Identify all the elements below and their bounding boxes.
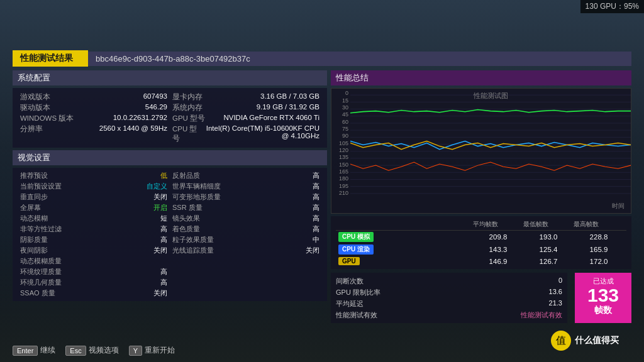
key-badge: Y xyxy=(129,346,142,356)
sys-row: 系统内存9.19 GB / 31.92 GB xyxy=(170,102,322,113)
extra-value: 0 xyxy=(558,277,562,286)
y-label: 165 xyxy=(331,168,350,175)
chart-svg xyxy=(350,89,631,197)
stats-table: 平均帧数 最低帧数 最高帧数 CPU 模拟 209.8 193.0 228.8 … xyxy=(331,216,631,269)
chart-x-label: 时间 xyxy=(612,202,625,211)
vis-row: 夜间阴影关闭 xyxy=(18,245,170,256)
top-bar: 130 GPU：95% xyxy=(580,0,644,13)
sysconfig-content: 游戏版本607493驱动版本546.29WINDOWS 版本10.0.22631… xyxy=(13,88,327,148)
gpu-status: 130 GPU：95% xyxy=(586,2,639,11)
y-label: 45 xyxy=(331,111,350,118)
sys-row: GPU 型号NVIDIA GeForce RTX 4060 Ti xyxy=(170,113,322,124)
y-label: 135 xyxy=(331,154,350,160)
control-label: 视频选项 xyxy=(89,345,119,356)
title-label: 性能测试结果 xyxy=(13,50,88,67)
sys-row: CPU 型号Intel(R) Core(TM) i5-10600KF CPU @… xyxy=(170,124,322,144)
vis-row: 当前预设设置自定义 xyxy=(18,181,170,192)
extra-value: 性能测试有效 xyxy=(521,310,562,320)
sysconfig-title: 系统配置 xyxy=(13,70,327,85)
y-label: 60 xyxy=(331,119,350,125)
control-label: 重新开始 xyxy=(145,345,175,356)
stat-badge: GPU xyxy=(338,257,360,265)
y-label: 0 xyxy=(331,90,350,96)
extra-row-item: 性能测试有效 性能测试有效 xyxy=(336,309,562,321)
watermark: 值 什么值得买 xyxy=(551,331,619,351)
right-panel: 性能总结 性能测试图 21019518016515013512010590756… xyxy=(331,70,631,331)
stats-row: CPU 渲染 143.3 125.4 165.9 xyxy=(336,243,626,256)
sys-left: 游戏版本607493驱动版本546.29WINDOWS 版本10.0.22631… xyxy=(18,92,170,144)
vis-row: 可变形地形质量高 xyxy=(170,192,322,202)
title-bar: 性能测试结果 bbc46e9c-d903-447b-a88c-3be07492b… xyxy=(13,50,631,67)
stats-row: CPU 模拟 209.8 193.0 228.8 xyxy=(336,231,626,243)
sys-row: 分辨率2560 x 1440 @ 59Hz xyxy=(18,124,170,134)
main-overlay: 性能测试结果 bbc46e9c-d903-447b-a88c-3be07492b… xyxy=(13,50,631,331)
sys-row: 游戏版本607493 xyxy=(18,92,170,102)
extra-label: 平均延迟 xyxy=(336,299,364,309)
vis-row: 着色质量高 xyxy=(170,224,322,234)
y-label: 90 xyxy=(331,133,350,139)
achievement-badge: 已达成 133 帧数 xyxy=(575,273,631,323)
header-avg: 平均帧数 xyxy=(473,220,523,229)
visual-content: 推荐预设低当前预设设置自定义垂直同步关闭全屏幕开启动态模糊短非等方性过滤高阴影质… xyxy=(13,168,327,301)
sys-row: 显卡内存3.16 GB / 7.03 GB xyxy=(170,92,322,102)
sys-right: 显卡内存3.16 GB / 7.03 GB系统内存9.19 GB / 31.92… xyxy=(170,92,322,144)
stats-header: 平均帧数 最低帧数 最高帧数 xyxy=(336,219,626,231)
vis-row: 推荐预设低 xyxy=(18,170,170,181)
vis-row: 环境纹理质量高 xyxy=(18,266,170,277)
extra-stats: 间断次数 0 GPU 限制比率 13.6 平均延迟 21.3 性能测试有效 性能… xyxy=(331,273,567,323)
vis-row: 动态模糊短 xyxy=(18,213,170,224)
vis-row: 非等方性过滤高 xyxy=(18,224,170,234)
y-label: 120 xyxy=(331,147,350,153)
bottom-bar: Enter继续Esc视频选项Y重新开始 值 什么值得买 xyxy=(13,345,631,356)
watermark-icon: 值 xyxy=(551,331,571,351)
vis-row: 反射品质高 xyxy=(170,170,322,181)
header-max: 最高帧数 xyxy=(574,220,624,229)
control-item[interactable]: Y重新开始 xyxy=(129,345,175,356)
y-label: 30 xyxy=(331,104,350,111)
control-item[interactable]: Enter继续 xyxy=(13,345,55,356)
extra-label: GPU 限制比率 xyxy=(336,288,380,297)
control-item[interactable]: Esc视频选项 xyxy=(65,345,118,356)
extra-label: 间断次数 xyxy=(336,277,364,286)
chart-canvas xyxy=(350,89,631,197)
stats-rows-container: CPU 模拟 209.8 193.0 228.8 CPU 渲染 143.3 12… xyxy=(336,231,626,266)
y-label: 15 xyxy=(331,97,350,104)
chart-area: 性能测试图 2101951801651501351201059075604530… xyxy=(331,88,631,214)
vis-row: 动态模糊质量 xyxy=(18,256,170,266)
vis-row: 环境几何质量高 xyxy=(18,277,170,288)
y-label: 150 xyxy=(331,162,350,168)
vis-row: 粒子效果质量中 xyxy=(170,234,322,245)
visual-left: 推荐预设低当前预设设置自定义垂直同步关闭全屏幕开启动态模糊短非等方性过滤高阴影质… xyxy=(18,170,170,299)
vis-row: 阴影质量高 xyxy=(18,234,170,245)
vis-row: 镜头效果高 xyxy=(170,213,322,224)
vis-row: 光线追踪质量关闭 xyxy=(170,245,322,256)
bottom-section: 间断次数 0 GPU 限制比率 13.6 平均延迟 21.3 性能测试有效 性能… xyxy=(331,273,631,323)
stats-row: GPU 146.9 126.7 172.0 xyxy=(336,256,626,266)
extra-value: 21.3 xyxy=(549,299,562,309)
extra-row-item: 平均延迟 21.3 xyxy=(336,298,562,309)
y-label: 75 xyxy=(331,126,350,132)
y-label: 195 xyxy=(331,183,350,189)
sys-row: 驱动版本546.29 xyxy=(18,102,170,113)
vis-row: 垂直同步关闭 xyxy=(18,192,170,202)
ach-number: 133 xyxy=(582,286,624,305)
extra-value: 13.6 xyxy=(549,288,562,297)
y-label: 180 xyxy=(331,175,350,182)
ach-unit: 帧数 xyxy=(582,305,624,316)
visual-title: 视觉设置 xyxy=(13,150,327,165)
content-area: 系统配置 游戏版本607493驱动版本546.29WINDOWS 版本10.0.… xyxy=(13,70,631,331)
stat-badge: CPU 模拟 xyxy=(338,232,374,242)
y-label: 105 xyxy=(331,140,350,146)
watermark-text: 什么值得买 xyxy=(575,335,619,346)
bottom-controls: Enter继续Esc视频选项Y重新开始 xyxy=(13,345,175,356)
left-panel: 系统配置 游戏版本607493驱动版本546.29WINDOWS 版本10.0.… xyxy=(13,70,327,331)
key-badge: Enter xyxy=(13,346,38,356)
extra-row-item: 间断次数 0 xyxy=(336,275,562,287)
vis-row: 世界车辆精细度高 xyxy=(170,181,322,192)
extra-row-item: GPU 限制比率 13.6 xyxy=(336,287,562,298)
title-id: bbc46e9c-d903-447b-a88c-3be07492b37c xyxy=(88,52,631,66)
vis-row: SSAO 质量关闭 xyxy=(18,288,170,299)
extra-label: 性能测试有效 xyxy=(336,310,377,320)
vis-row: SSR 质量高 xyxy=(170,202,322,213)
header-min: 最低帧数 xyxy=(523,220,574,229)
